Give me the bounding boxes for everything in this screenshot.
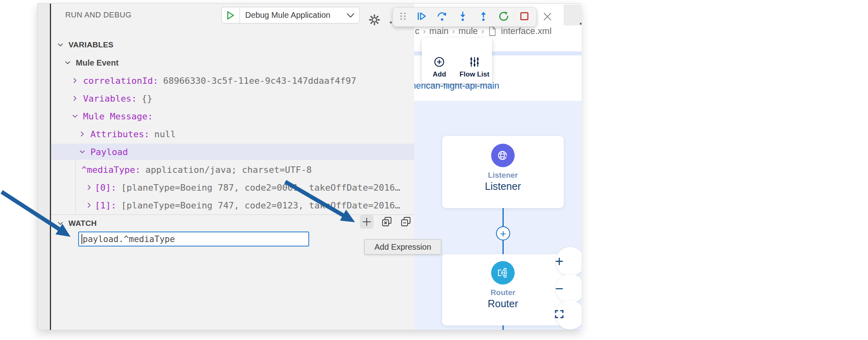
close-icon (542, 11, 553, 22)
chevron-down-icon (346, 13, 355, 18)
launch-config-label: Debug Mule Application (240, 11, 346, 20)
flow-list-button-label: Flow List (460, 70, 490, 79)
add-button-label: Add (433, 70, 446, 79)
flow-canvas[interactable]: Listener Listener + (414, 101, 582, 330)
step-into-button[interactable] (458, 11, 468, 23)
collapse-all-icon (400, 216, 412, 227)
tree-row-correlation-id[interactable]: correlationId: 68966330-3c5f-11ee-9c43-1… (51, 72, 410, 89)
app-window: RUN AND DEBUG Debug Mule Application (37, 3, 581, 330)
listener-node-circle (491, 144, 515, 167)
editor-tab-corner (564, 4, 582, 26)
restart-icon (498, 11, 509, 21)
start-debug-button[interactable] (222, 11, 239, 20)
grip-dots-icon (400, 12, 406, 21)
chevron-right-icon (72, 77, 78, 84)
text-caret (81, 234, 82, 244)
tree-row-mediatype[interactable]: ^mediaType: application/java; charset=UT… (51, 161, 410, 178)
gear-icon (369, 14, 380, 26)
breadcrumb-item[interactable]: c (415, 26, 419, 36)
watch-expression-input[interactable]: payload.^mediaType (78, 232, 309, 246)
breadcrumb-item[interactable]: main (429, 26, 449, 36)
chevron-right-icon (72, 95, 78, 102)
tree-key: Attributes: (90, 129, 150, 139)
chevron-right-icon: › (452, 27, 455, 36)
plus-glyph: + (500, 228, 506, 239)
step-over-button[interactable] (437, 11, 447, 23)
node-type-label: Router (490, 288, 515, 297)
chevron-right-icon: › (481, 27, 484, 36)
node-type-label: Listener (488, 171, 518, 180)
stop-button[interactable] (519, 11, 530, 23)
node-name-label: Router (487, 298, 518, 310)
tree-key: [1]: (95, 200, 116, 210)
flow-editor-area: c › main › mule › interface.xml american… (414, 4, 582, 330)
step-out-button[interactable] (478, 11, 489, 23)
chevron-down-icon (57, 42, 64, 48)
add-between-nodes-button[interactable]: + (496, 226, 510, 240)
restart-button[interactable] (498, 11, 509, 23)
tree-row-variables[interactable]: Variables: {} (51, 89, 410, 107)
tree-key: Mule Message: (83, 111, 153, 121)
tree-key: Mule Event (76, 58, 119, 68)
debug-settings-button[interactable] (369, 14, 380, 26)
breadcrumb-file[interactable]: interface.xml (501, 26, 552, 36)
continue-icon (417, 11, 427, 21)
toolbar-drag-handle[interactable] (400, 12, 406, 22)
tree-value: [planeType=Boeing 747, code2=0123, takeO… (121, 200, 400, 210)
node-name-label: Listener (485, 181, 521, 192)
file-icon (487, 26, 497, 36)
continue-button[interactable] (417, 11, 427, 23)
tree-value: application/java; charset=UTF-8 (145, 165, 312, 175)
variables-title: VARIABLES (68, 40, 113, 49)
play-icon (226, 11, 235, 20)
remove-all-expressions-button[interactable] (380, 215, 394, 229)
add-circle-icon (434, 56, 445, 68)
node-router[interactable]: Router Router (442, 254, 564, 325)
more-actions-dot (580, 23, 582, 25)
tree-row-payload-selected[interactable]: Payload (51, 144, 414, 160)
step-out-icon (478, 11, 489, 21)
launch-config-dropdown[interactable]: Debug Mule Application (221, 7, 360, 23)
tree-row-attributes[interactable]: Attributes: null (51, 125, 410, 143)
variables-section-header[interactable]: VARIABLES (51, 36, 410, 54)
tree-value: 68966330-3c5f-11ee-9c43-147ddaaf4f97 (163, 76, 356, 86)
add-node-button[interactable]: Add (422, 38, 457, 83)
tree-row-item-1[interactable]: [1]: [planeType=Boeing 747, code2=0123, … (51, 196, 410, 214)
chevron-down-icon (72, 113, 78, 119)
flow-list-button[interactable]: Flow List (457, 38, 492, 83)
step-into-icon (458, 11, 468, 21)
run-and-debug-panel: RUN AND DEBUG Debug Mule Application (51, 4, 414, 330)
node-listener[interactable]: Listener Listener (442, 136, 564, 208)
close-panel-button[interactable] (542, 11, 553, 22)
collapse-all-button[interactable] (399, 215, 413, 229)
canvas-toolbar-popup: Add Flow List (422, 38, 492, 83)
add-expression-button[interactable] (360, 215, 374, 229)
tree-key: correlationId: (83, 76, 158, 86)
chevron-right-icon (86, 202, 92, 208)
plus-icon (361, 217, 372, 227)
flow-connector-line (502, 208, 504, 226)
tree-indent-guide (75, 160, 76, 214)
remove-all-icon (381, 216, 393, 227)
watch-section-header[interactable]: WATCH (51, 215, 410, 232)
chevron-down-icon (64, 60, 71, 66)
fit-screen-glyph (551, 306, 567, 322)
tree-row-item-0[interactable]: [0]: [planeType=Boeing 787, code2=0001, … (51, 178, 410, 196)
chevron-right-icon (79, 131, 86, 137)
chevron-right-icon (86, 184, 92, 191)
chevron-down-icon (79, 149, 86, 155)
tree-row-mule-event[interactable]: Mule Event (51, 54, 410, 72)
add-expression-tooltip: Add Expression (364, 239, 441, 255)
breadcrumb-item[interactable]: mule (458, 26, 478, 36)
chevron-right-icon: › (423, 27, 425, 36)
more-actions-dot (390, 21, 392, 23)
flow-connector-line (502, 325, 504, 330)
panel-title: RUN AND DEBUG (65, 11, 132, 19)
tree-value: [planeType=Boeing 787, code2=0001, takeO… (121, 183, 400, 193)
tree-row-mule-message[interactable]: Mule Message: (51, 107, 410, 125)
tree-key: ^mediaType: (81, 165, 141, 175)
tree-value: {} (141, 94, 152, 104)
watch-title: WATCH (68, 219, 97, 228)
tree-key: Payload (90, 147, 128, 157)
tree-key: [0]: (95, 183, 116, 193)
